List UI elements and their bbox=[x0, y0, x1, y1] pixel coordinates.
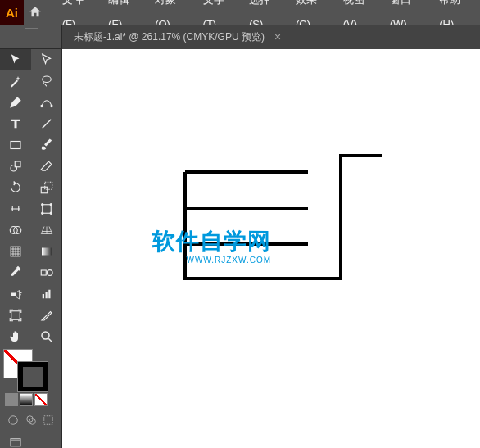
close-icon[interactable]: × bbox=[271, 30, 284, 43]
watermark-text: 软件自学网 bbox=[152, 226, 271, 257]
svg-point-11 bbox=[50, 204, 52, 206]
svg-rect-25 bbox=[46, 292, 48, 298]
color-swatches bbox=[0, 347, 61, 391]
color-mode-solid[interactable] bbox=[5, 393, 18, 406]
screen-mode[interactable] bbox=[0, 432, 61, 448]
tab-title: 未标题-1.ai* @ 261.17% (CMYK/GPU 预览) bbox=[74, 30, 265, 44]
canvas[interactable]: 软件自学网 WWW.RJZXW.COM bbox=[62, 49, 480, 448]
svg-rect-26 bbox=[48, 290, 50, 299]
magic-wand-tool[interactable] bbox=[0, 70, 31, 92]
svg-point-12 bbox=[42, 212, 43, 214]
svg-point-31 bbox=[26, 416, 33, 423]
svg-point-0 bbox=[43, 76, 52, 83]
shape-builder-tool[interactable] bbox=[0, 219, 31, 241]
svg-point-22 bbox=[20, 292, 22, 294]
svg-point-1 bbox=[41, 105, 43, 106]
gradient-tool[interactable] bbox=[31, 241, 62, 262]
color-mode-row bbox=[0, 391, 61, 408]
control-strip bbox=[0, 33, 61, 49]
watermark: 软件自学网 WWW.RJZXW.COM bbox=[152, 226, 271, 265]
draw-behind[interactable] bbox=[23, 411, 39, 429]
curvature-tool[interactable] bbox=[31, 92, 62, 113]
document-tab[interactable]: 未标题-1.ai* @ 261.17% (CMYK/GPU 预览) × bbox=[66, 25, 292, 49]
app-logo: Ai bbox=[0, 0, 24, 25]
free-transform-tool[interactable] bbox=[31, 198, 62, 219]
svg-point-2 bbox=[51, 105, 52, 106]
svg-point-6 bbox=[11, 165, 17, 172]
shaper-tool[interactable] bbox=[0, 156, 31, 177]
svg-point-13 bbox=[50, 212, 52, 214]
rotate-tool[interactable] bbox=[0, 177, 31, 198]
svg-point-21 bbox=[20, 291, 21, 292]
home-icon[interactable] bbox=[24, 0, 48, 25]
pen-tool[interactable] bbox=[0, 92, 31, 113]
watermark-url: WWW.RJZXW.COM bbox=[186, 256, 271, 265]
perspective-grid-tool[interactable] bbox=[31, 219, 62, 241]
svg-rect-34 bbox=[11, 439, 20, 446]
svg-rect-18 bbox=[41, 270, 46, 275]
svg-rect-9 bbox=[43, 205, 52, 214]
svg-point-23 bbox=[20, 294, 21, 296]
scale-tool[interactable] bbox=[31, 177, 62, 198]
svg-rect-17 bbox=[42, 248, 52, 256]
tool-grid bbox=[0, 49, 61, 347]
svg-rect-7 bbox=[41, 187, 48, 193]
svg-point-30 bbox=[9, 416, 18, 425]
direct-selection-tool[interactable] bbox=[31, 49, 62, 70]
svg-rect-33 bbox=[44, 416, 53, 425]
toolbox: 未标题-1.ai* @ 261.17% (CMYK/GPU 预览) × bbox=[0, 25, 62, 448]
svg-point-19 bbox=[47, 270, 52, 276]
svg-rect-8 bbox=[45, 182, 52, 189]
svg-line-29 bbox=[48, 338, 52, 342]
top-menu-bar: Ai 文件(F) 编辑(E) 对象(O) 文字(T) 选择(S) 效果(C) 视… bbox=[0, 0, 480, 25]
eraser-tool[interactable] bbox=[31, 156, 62, 177]
color-mode-none[interactable] bbox=[34, 393, 48, 406]
paintbrush-tool[interactable] bbox=[31, 134, 62, 156]
rectangle-tool[interactable] bbox=[0, 134, 31, 156]
mesh-tool[interactable] bbox=[0, 241, 31, 262]
draw-inside[interactable] bbox=[40, 411, 57, 429]
svg-line-3 bbox=[43, 120, 52, 129]
color-mode-gradient[interactable] bbox=[20, 393, 33, 406]
draw-normal[interactable] bbox=[5, 411, 21, 429]
symbol-sprayer-tool[interactable] bbox=[0, 283, 31, 305]
svg-point-10 bbox=[42, 204, 43, 206]
draw-modes bbox=[0, 408, 61, 432]
svg-rect-24 bbox=[43, 294, 44, 298]
artboard-tool[interactable] bbox=[0, 305, 31, 326]
selection-tool[interactable] bbox=[0, 49, 31, 70]
svg-point-28 bbox=[42, 332, 49, 339]
lasso-tool[interactable] bbox=[31, 70, 62, 92]
svg-point-32 bbox=[29, 419, 35, 425]
eyedropper-tool[interactable] bbox=[0, 262, 31, 283]
svg-rect-4 bbox=[11, 142, 20, 149]
line-segment-tool[interactable] bbox=[31, 113, 62, 134]
svg-rect-27 bbox=[11, 311, 20, 320]
svg-rect-20 bbox=[11, 293, 16, 297]
width-tool[interactable] bbox=[0, 198, 31, 219]
type-tool[interactable] bbox=[0, 113, 31, 134]
toolbox-grip[interactable] bbox=[0, 25, 61, 33]
zoom-tool[interactable] bbox=[31, 326, 62, 347]
blend-tool[interactable] bbox=[31, 262, 62, 283]
stroke-color-swatch[interactable] bbox=[18, 362, 48, 391]
document-tab-bar: 未标题-1.ai* @ 261.17% (CMYK/GPU 预览) × bbox=[62, 25, 480, 49]
slice-tool[interactable] bbox=[31, 305, 62, 326]
column-graph-tool[interactable] bbox=[31, 283, 62, 305]
hand-tool[interactable] bbox=[0, 326, 31, 347]
